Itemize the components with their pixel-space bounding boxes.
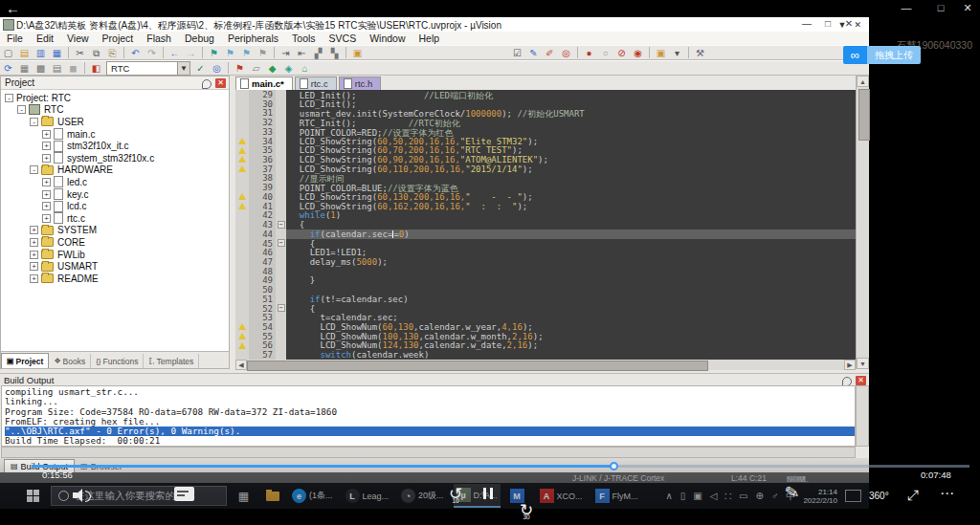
code-line[interactable]: 51 if(t!=calendar.sec) [235, 295, 856, 304]
console-vertical-scrollbar[interactable] [856, 385, 869, 447]
code-line[interactable]: 55 LCD_ShowNum(100,130,calendar.w_month,… [235, 332, 856, 341]
flag-icon[interactable]: ⚑ [233, 62, 247, 75]
taskbar-flymcu[interactable]: FFlyM... [592, 484, 641, 508]
seek-handle[interactable] [610, 462, 618, 470]
taskbar-xcom[interactable]: AXCO... [537, 484, 586, 508]
show-desktop-button[interactable] [845, 490, 861, 502]
breakpoint-disable-icon[interactable]: ○ [598, 47, 612, 59]
stop-build-icon[interactable]: ◼ [66, 62, 80, 75]
code-line[interactable]: 43− { [235, 220, 856, 230]
window-select-icon[interactable]: ▣ [654, 47, 668, 59]
code-line[interactable]: 57 switch(calendar.week) [235, 350, 856, 360]
taskbar-group[interactable]: ◔20级... [398, 484, 447, 508]
player-maximize-button[interactable]: □ [930, 2, 951, 13]
more-options-button[interactable]: ⋯ [940, 485, 954, 502]
target-select[interactable]: RTC ▼ [106, 61, 190, 76]
tab-list-dropdown-icon[interactable]: ▼ [838, 20, 847, 30]
code-line[interactable]: 52− { [235, 304, 856, 314]
expand-icon[interactable]: + [42, 178, 51, 186]
copy-icon[interactable]: ⧉ [89, 47, 103, 59]
menu-svcs[interactable]: SVCS [323, 33, 364, 44]
player-minimize-button[interactable]: — [896, 2, 917, 13]
tree-item[interactable]: +CORE [1, 236, 229, 249]
build-icon[interactable]: ▦ [17, 62, 32, 75]
tree-item[interactable]: -Project: RTC [1, 92, 229, 104]
new-file-icon[interactable]: ▢ [1, 47, 15, 59]
scroll-left-icon[interactable]: ◀ [235, 360, 247, 370]
code-line[interactable]: 56 LCD_ShowNum(124,130,calendar.w_date,2… [235, 340, 856, 350]
scroll-right-icon[interactable]: ▶ [844, 360, 856, 370]
expand-icon[interactable]: + [42, 130, 51, 139]
download-icon[interactable]: ◧ [89, 62, 103, 75]
editor-horizontal-scrollbar[interactable]: ◀ ▶ [235, 360, 856, 370]
code-line[interactable]: 33 POINT_COLOR=RED;//设置字体为红色 [235, 127, 856, 137]
danmaku-icon[interactable] [174, 487, 194, 501]
scroll-up-icon[interactable]: ▲ [857, 76, 869, 87]
bookmark-clear-icon[interactable]: ⚑ [256, 47, 270, 59]
collapse-icon[interactable]: - [30, 118, 38, 126]
collapse-icon[interactable]: - [5, 94, 13, 102]
tree-item[interactable]: +lcd.c [1, 200, 229, 212]
tab-close-icon[interactable]: ✕ [854, 20, 861, 30]
code-line[interactable]: 54 LCD_ShowNum(60,130,calendar.w_year,4,… [235, 322, 856, 332]
code-line[interactable]: 31 usmart_dev.init(SystemCoreClock/10000… [235, 108, 856, 118]
code-line[interactable]: 41 LCD_ShowString(60,162,200,16,16," : :… [235, 202, 856, 211]
expand-icon[interactable]: + [42, 142, 51, 150]
editor-tab-rtc.c[interactable]: rtc.c [295, 77, 337, 90]
code-line[interactable]: 45− { [235, 239, 856, 249]
close-icon[interactable]: ✕ [215, 78, 226, 88]
tray-expand-icon[interactable]: ∧ [665, 491, 672, 501]
tree-item[interactable]: -USER [1, 116, 229, 128]
rewind-10-button[interactable]: ↺10 [446, 486, 465, 502]
chevron-down-icon[interactable]: ▼ [177, 62, 189, 75]
tree-item[interactable]: +rtc.c [1, 212, 229, 225]
seek-bar[interactable] [32, 465, 969, 468]
breakpoint-insert-icon[interactable]: ● [582, 47, 596, 59]
code-line[interactable]: 44 if(calendar.sec==0) [235, 230, 856, 239]
netdisk-upload-button[interactable]: ∞ 拖拽上传 [843, 46, 921, 64]
save-icon[interactable]: ▥ [33, 47, 48, 59]
taskbar-edge[interactable]: e(1条... [289, 484, 336, 508]
editor-tab-main.c[interactable]: main.c* [235, 77, 293, 90]
brush-icon[interactable]: ✐ [543, 47, 557, 59]
expand-icon[interactable]: + [42, 154, 51, 163]
tray-display-icon[interactable]: ▣ [693, 491, 702, 501]
pack-installer-icon[interactable]: ◈ [281, 62, 296, 75]
tree-item[interactable]: -HARDWARE [1, 164, 229, 177]
menu-view[interactable]: View [60, 33, 96, 44]
rotate-360-button[interactable]: 360° [869, 491, 889, 501]
scroll-down-icon[interactable]: ▼ [857, 358, 869, 369]
save-all-icon[interactable]: ▦ [50, 47, 64, 59]
collapse-icon[interactable]: - [17, 105, 26, 114]
taskbar-task-view[interactable]: ▦ [234, 484, 256, 508]
panel-tab-templates[interactable]: ⟦,Templates [144, 354, 199, 368]
uncomment-icon[interactable]: ▚ [327, 47, 342, 59]
menu-project[interactable]: Project [96, 33, 141, 44]
tray-battery-icon[interactable]: ▭ [739, 491, 747, 501]
code-line[interactable]: 39 POINT_COLOR=BLUE;//设置字体为蓝色 [235, 183, 856, 192]
bookmark-next-icon[interactable]: ⚑ [223, 47, 237, 59]
code-line[interactable]: 49 } [235, 275, 856, 285]
expand-icon[interactable]: + [42, 202, 51, 210]
console-horizontal-scrollbar[interactable] [1, 447, 856, 458]
find-icon[interactable]: ◎ [559, 47, 573, 59]
expand-icon[interactable]: + [42, 190, 51, 199]
tree-item[interactable]: +FWLib [1, 249, 229, 261]
code-line[interactable]: 30 LCD_Init(); [235, 99, 856, 109]
player-back-icon[interactable]: ← [6, 0, 20, 16]
code-line[interactable]: 47 delay_ms(5000); [235, 257, 856, 267]
indent-icon[interactable]: ⇥ [278, 47, 293, 59]
redo-icon[interactable]: ↷ [145, 47, 159, 59]
tree-item[interactable]: -RTC [1, 104, 229, 117]
comment-icon[interactable]: ▞ [311, 47, 325, 59]
fold-collapse-icon[interactable]: − [278, 239, 285, 247]
menu-help[interactable]: Help [412, 33, 447, 44]
batch-build-icon[interactable]: ▤ [50, 62, 64, 75]
file-extensions-icon[interactable]: ◎ [210, 62, 224, 75]
uvision-minimize-button[interactable]: — [798, 18, 815, 29]
tray-bluetooth-icon[interactable]: ⊕ [756, 491, 764, 501]
collapse-icon[interactable]: - [30, 165, 38, 174]
options-for-target-icon[interactable]: ✓ [193, 62, 208, 75]
expand-icon[interactable]: + [30, 226, 38, 234]
debug-session-icon[interactable]: ⌂ [298, 62, 312, 75]
